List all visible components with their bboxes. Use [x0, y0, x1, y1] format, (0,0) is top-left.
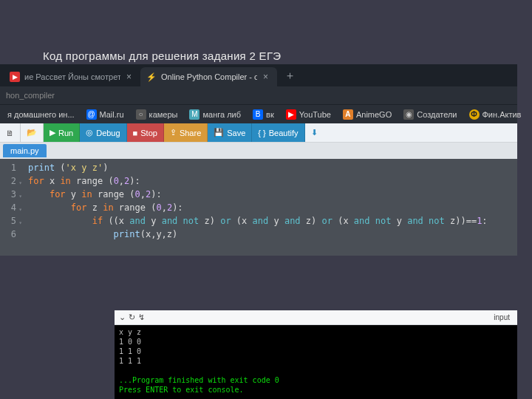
share-icon: ⇪ — [170, 128, 177, 137]
code-area[interactable]: print ('x y z') for x in range (0,2): fo… — [21, 161, 517, 241]
compiler-app: 🗎 📂 ▶Run ◎Debug ■Stop ⇪Share 💾Save { }Be… — [0, 123, 517, 256]
bookmark-youtube[interactable]: ▶YouTube — [282, 108, 335, 121]
console-action-icon[interactable]: ⌄ — [119, 313, 126, 322]
folder-icon: 📂 — [27, 128, 37, 137]
browser-tab-inactive[interactable]: ▶ ие Рассвет Йоны смотреть × — [4, 67, 140, 86]
play-icon: ▶ — [50, 128, 55, 137]
tab-label: Online Python Compiler - online — [161, 72, 257, 81]
console-action-icon[interactable]: ↻ — [129, 313, 135, 322]
save-icon: 💾 — [214, 128, 224, 137]
code-line: if ((x and y and not z) or (x and y and … — [28, 214, 517, 228]
new-file-button[interactable]: 🗎 — [0, 123, 21, 142]
bookmark-vk[interactable]: Bвк — [248, 108, 279, 121]
line-number: 3▾ — [0, 188, 16, 201]
console-line: x y z — [119, 328, 141, 336]
fold-icon[interactable]: ▾ — [18, 203, 22, 216]
url-bar[interactable]: hon_compiler — [0, 86, 517, 104]
fold-icon[interactable]: ▾ — [18, 190, 22, 203]
console-line: ...Program finished with exit code 0 — [119, 376, 279, 384]
share-button[interactable]: ⇪Share — [164, 123, 208, 142]
fold-icon[interactable]: ▾ — [18, 177, 22, 190]
bookmark-cameras[interactable]: ○камеры — [132, 108, 183, 121]
tab-favicon-icon: ⚡ — [146, 72, 157, 82]
tab-label: ие Рассвет Йоны смотреть — [24, 72, 120, 81]
bookmark-mangalib[interactable]: Mманга либ — [185, 108, 245, 121]
console-title: input — [494, 313, 510, 321]
camera-icon: ○ — [136, 109, 146, 120]
bookmark-home[interactable]: я домашнего ин... — [3, 109, 79, 120]
tab-close-icon[interactable]: × — [262, 72, 270, 82]
compiler-toolbar: 🗎 📂 ▶Run ◎Debug ■Stop ⇪Share 💾Save { }Be… — [0, 123, 517, 143]
mailru-icon: @ — [86, 109, 97, 120]
line-gutter: 1 2▾ 3▾ 4▾ 5▾ 6 — [0, 161, 21, 241]
file-tab-bar: main.py — [0, 143, 517, 159]
bookmark-mailru[interactable]: @Mail.ru — [82, 108, 129, 121]
beautify-button[interactable]: { }Beautify — [252, 123, 304, 142]
tab-favicon-icon: ▶ — [10, 72, 20, 82]
console-action-icon[interactable]: ↯ — [138, 313, 145, 322]
bookmarks-bar: я домашнего ин... @Mail.ru ○камеры Mманг… — [0, 104, 517, 123]
debug-button[interactable]: ◎Debug — [80, 123, 126, 142]
line-number: 1 — [0, 161, 16, 174]
file-icon: 🗎 — [6, 129, 14, 137]
code-line: print(x,y,z) — [28, 228, 517, 241]
vk-icon: B — [253, 109, 263, 120]
code-editor[interactable]: 1 2▾ 3▾ 4▾ 5▾ 6 print ('x y z') for x in… — [0, 159, 517, 256]
code-line: for z in range (0,2): — [28, 201, 517, 214]
fin-icon: Ф — [469, 109, 480, 120]
code-line: print ('x y z') — [28, 161, 517, 174]
open-file-button[interactable]: 📂 — [21, 123, 44, 142]
tab-close-icon[interactable]: × — [125, 72, 133, 82]
bookmark-ya[interactable]: ЯЯМ — [528, 108, 532, 121]
stop-button[interactable]: ■Stop — [127, 123, 164, 142]
browser-window: ▶ ие Рассвет Йоны смотреть × ⚡ Online Py… — [0, 64, 517, 256]
slide-title: Код программы для решения задания 2 ЕГЭ — [43, 50, 281, 62]
console-line: 1 1 0 — [119, 347, 141, 355]
bookmark-finaktiv[interactable]: ФФин.Актив — [465, 108, 526, 121]
globe-icon: ◉ — [403, 109, 414, 120]
console-line: 1 0 0 — [119, 338, 141, 346]
url-path: hon_compiler — [6, 91, 55, 100]
download-icon: ⬇ — [311, 128, 318, 137]
youtube-icon: ▶ — [286, 109, 296, 120]
bookmark-sozdateli[interactable]: ◉Создатели — [399, 108, 461, 121]
target-icon: ◎ — [86, 128, 93, 137]
save-button[interactable]: 💾Save — [208, 123, 252, 142]
bookmark-animego[interactable]: AAnimeGO — [338, 108, 396, 121]
console-body[interactable]: x y z 1 0 0 1 1 0 1 1 1 ...Program finis… — [115, 325, 517, 399]
console-header: ⌄ ↻ ↯ input — [115, 310, 517, 325]
console-line: 1 1 1 — [119, 357, 141, 365]
file-tab[interactable]: main.py — [3, 144, 47, 157]
animego-icon: A — [343, 109, 353, 120]
run-button[interactable]: ▶Run — [44, 123, 80, 142]
line-number: 2▾ — [0, 174, 16, 188]
output-console: ⌄ ↻ ↯ input x y z 1 0 0 1 1 0 1 1 1 ...P… — [115, 310, 517, 399]
line-number: 6 — [0, 228, 16, 241]
line-number: 4▾ — [0, 201, 16, 214]
braces-icon: { } — [258, 129, 265, 137]
tab-strip: ▶ ие Рассвет Йоны смотреть × ⚡ Online Py… — [0, 64, 517, 86]
line-number: 5▾ — [0, 214, 16, 228]
code-line: for x in range (0,2): — [28, 174, 517, 188]
browser-tab-active[interactable]: ⚡ Online Python Compiler - online × — [140, 67, 277, 86]
code-line: for y in range (0,2): — [28, 188, 517, 201]
stop-icon: ■ — [133, 129, 138, 137]
fold-icon[interactable]: ▾ — [18, 216, 22, 230]
new-tab-button[interactable]: ＋ — [277, 69, 303, 83]
manga-icon: M — [189, 109, 200, 120]
download-button[interactable]: ⬇ — [305, 123, 324, 142]
console-line: Press ENTER to exit console. — [119, 386, 244, 394]
